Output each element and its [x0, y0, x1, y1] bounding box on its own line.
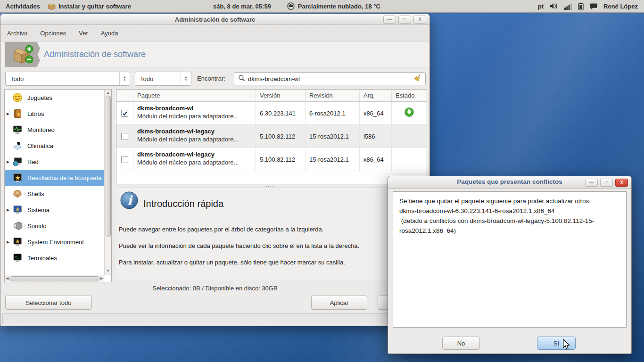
- book-icon: ★: [11, 108, 24, 119]
- maximize-button[interactable]: □: [398, 16, 411, 24]
- header-arq[interactable]: Arq.: [360, 90, 392, 101]
- category-filter-select[interactable]: Todo ▲▼: [5, 72, 130, 86]
- svg-text:★: ★: [15, 174, 21, 181]
- star-screen-icon: ★: [11, 172, 24, 183]
- window-status-bar: [2, 313, 429, 324]
- header-band: Administración de software: [0, 42, 429, 67]
- select-all-button[interactable]: Seleccionar todo: [5, 296, 92, 310]
- office-desk-icon: [11, 140, 24, 151]
- close-button[interactable]: X: [413, 16, 426, 24]
- sidebar-item-shells[interactable]: Shells: [5, 186, 104, 202]
- row-checkbox[interactable]: [121, 156, 128, 163]
- install-download-icon: [404, 107, 414, 119]
- expander-icon[interactable]: ▶: [5, 208, 11, 212]
- row-checkbox-checked[interactable]: [121, 110, 128, 117]
- top-panel: Actividades Instalar y quitar software s…: [0, 0, 644, 13]
- weather-cloud-icon: [287, 2, 295, 10]
- software-box-icon: [5, 42, 40, 67]
- battery-icon[interactable]: [578, 2, 584, 10]
- sidebar-item-sonido[interactable]: Sonido: [5, 218, 104, 234]
- sidebar-item-system-environment[interactable]: ▶ ★ System Environment: [5, 234, 104, 250]
- pane-splitter[interactable]: [116, 185, 427, 188]
- page-title: Administración de software: [44, 42, 146, 67]
- sidebar-horizontal-scrollbar[interactable]: ◀▶: [5, 275, 104, 282]
- menu-archivo[interactable]: Archivo: [7, 30, 27, 37]
- sidebar-item-resultados-busqueda[interactable]: ★ Resultados de la búsqueda: [5, 170, 104, 186]
- sidebar-vertical-scrollbar[interactable]: ▲ ▼: [104, 90, 111, 275]
- sidebar-item-sistema[interactable]: ▶ ★ Sistema: [5, 202, 104, 218]
- header-revision[interactable]: Revisión: [305, 90, 360, 101]
- svg-text:★: ★: [15, 206, 20, 213]
- weather-widget[interactable]: Parcialmente nublado, 18 °C: [287, 2, 380, 10]
- package-table: Paquete Versión Revisión Arq. Estado dkm…: [116, 89, 427, 184]
- chat-bubble-icon[interactable]: [590, 3, 597, 10]
- status-filter-select[interactable]: Todo ▲▼: [135, 72, 191, 86]
- dialog-title-bar[interactable]: Paquetes que presentan conflictos — □ X: [388, 176, 631, 189]
- software-manager-window: Administración de software — □ X Archivo…: [0, 14, 430, 326]
- table-row[interactable]: dkms-broadcom-wl-legacy Módulo del núcle…: [116, 148, 427, 171]
- sidebar-item-red[interactable]: ▶ Red: [5, 154, 104, 170]
- signal-bars-icon[interactable]: [564, 3, 572, 10]
- search-input[interactable]: [248, 75, 411, 82]
- monitor-pulse-icon: [11, 124, 24, 135]
- sidebar-item-ofimatica[interactable]: Ofimática: [5, 138, 104, 154]
- info-paragraph: Puede ver la información de cada paquete…: [119, 242, 359, 249]
- dialog-maximize-button[interactable]: □: [600, 179, 613, 187]
- info-heading: Introducción rápida: [143, 198, 223, 209]
- app-box-icon: [48, 2, 56, 10]
- table-row[interactable]: dkms-broadcom-wl-legacy Módulo del núcle…: [116, 125, 427, 148]
- window-title: Administración de software: [0, 14, 429, 25]
- svg-text:>_: >_: [15, 255, 19, 259]
- menu-bar: Archivo Opciones Ver Ayuda: [0, 25, 429, 42]
- no-button[interactable]: No: [442, 337, 480, 350]
- volume-icon[interactable]: [550, 2, 558, 10]
- window-title-bar[interactable]: Administración de software — □ X: [0, 14, 429, 25]
- header-estado[interactable]: Estado: [392, 90, 427, 101]
- clock[interactable]: sáb, 8 de mar, 05:59: [213, 3, 271, 10]
- sidebar-item-partial[interactable]: [5, 266, 104, 275]
- disk-status-line: Seleccionado: 0B / Disponible en disco: …: [0, 285, 429, 292]
- network-globe-icon: [11, 156, 24, 167]
- menu-ver[interactable]: Ver: [79, 30, 88, 37]
- star-monitor-blue-icon: ★: [11, 204, 24, 215]
- apply-button[interactable]: Aplicar: [311, 296, 367, 310]
- find-label: Encontrar:: [197, 72, 225, 86]
- dialog-minimize-button[interactable]: —: [585, 179, 598, 187]
- conflict-message: Se tiene que quitar el paquete siguiente…: [393, 191, 627, 328]
- category-sidebar: Juguetes ▶ ★ Libros Monitoreo Ofimática …: [4, 89, 112, 282]
- sidebar-item-monitoreo[interactable]: Monitoreo: [5, 122, 104, 138]
- conflict-dialog: Paquetes que presentan conflictos — □ X …: [388, 176, 632, 354]
- quick-intro-panel: i Introducción rápida Puede navegar entr…: [116, 188, 427, 280]
- menu-opciones[interactable]: Opciones: [40, 30, 66, 37]
- user-menu[interactable]: René López: [603, 3, 638, 10]
- header-paquete[interactable]: Paquete: [133, 90, 256, 101]
- row-checkbox[interactable]: [121, 133, 128, 140]
- info-paragraph: Puede navegar entre los paquetes por el …: [119, 226, 323, 233]
- info-paragraph: Para instalar, actualizar o quitar un pa…: [119, 259, 345, 266]
- sidebar-item-juguetes[interactable]: Juguetes: [5, 90, 104, 106]
- svg-text:★: ★: [17, 111, 21, 117]
- search-box[interactable]: [234, 72, 426, 85]
- keyboard-layout-indicator[interactable]: pt: [538, 3, 544, 10]
- speaker-icon: [11, 220, 24, 231]
- expander-icon[interactable]: ▶: [5, 240, 11, 244]
- sidebar-item-libros[interactable]: ▶ ★ Libros: [5, 106, 104, 122]
- table-header-row[interactable]: Paquete Versión Revisión Arq. Estado: [116, 90, 427, 102]
- expander-icon[interactable]: ▶: [5, 160, 11, 164]
- focused-app-menu[interactable]: Instalar y quitar software: [48, 2, 131, 10]
- header-version[interactable]: Versión: [256, 90, 305, 101]
- partial-icon: [11, 268, 24, 275]
- search-icon: [238, 74, 245, 83]
- minimize-button[interactable]: —: [383, 16, 396, 24]
- spinner-arrows-icon[interactable]: ▲▼: [119, 72, 130, 85]
- expander-icon[interactable]: ▶: [5, 112, 11, 116]
- table-row[interactable]: dkms-broadcom-wl Módulo del núcleo para …: [116, 102, 427, 125]
- spinner-arrows-icon[interactable]: ▲▼: [181, 72, 191, 85]
- activities-button[interactable]: Actividades: [6, 3, 40, 10]
- menu-ayuda[interactable]: Ayuda: [101, 30, 118, 37]
- clear-broom-icon[interactable]: [414, 74, 421, 84]
- dialog-close-button[interactable]: X: [615, 179, 628, 187]
- terminal-icon: >_: [11, 252, 24, 263]
- sidebar-item-terminales[interactable]: >_ Terminales: [5, 250, 104, 266]
- svg-text:★: ★: [15, 238, 20, 245]
